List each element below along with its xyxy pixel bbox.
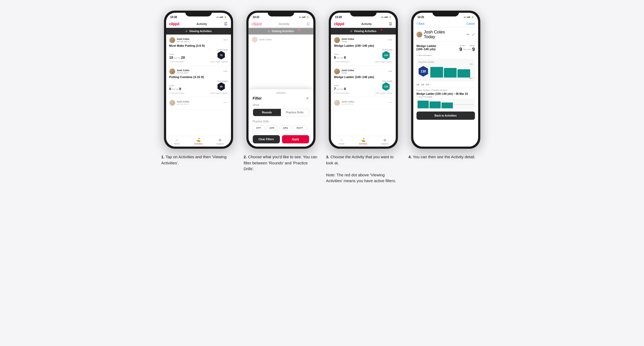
avatar-1-2 — [169, 69, 175, 74]
status-icons-3: ▪▪▪ wifi 🔋 — [381, 16, 392, 18]
chip-ott[interactable]: OTT — [253, 125, 264, 131]
chip-arg[interactable]: ARG — [279, 125, 292, 131]
nav-capture-1[interactable]: ⊕ Capture — [209, 136, 231, 147]
activity-card-1-3[interactable]: Josh Coles 28 Feb 2023 ••• — [166, 97, 231, 110]
shot-quality-badge-3-1: 130 — [382, 51, 390, 59]
card-header-3-2: Josh Coles Today ••• — [334, 69, 393, 74]
nav-activities-label-3: Activities — [359, 143, 368, 145]
practice-drills-toggle[interactable]: Practice Drills — [281, 109, 309, 116]
apply-button[interactable]: Apply — [282, 135, 309, 143]
wifi-icon-2: wifi — [302, 16, 305, 18]
step-4-column: 13:21 ▪▪▪ wifi 🔋 < Back Cancel — [409, 11, 483, 160]
nav-capture-3[interactable]: ⊕ Capture — [374, 136, 395, 147]
user-name-1-3: Josh Coles — [177, 100, 190, 103]
activity-card-3-2[interactable]: Josh Coles Today ••• Wedge Ladder (100–1… — [331, 66, 396, 97]
activity-card-1-1[interactable]: Josh Coles 28 Feb 2023 ••• Must Make Put… — [166, 35, 231, 66]
more-icon-1-3[interactable]: ••• — [224, 101, 228, 105]
card-user-1-2: Josh Coles 28 Feb 2023 — [169, 69, 190, 74]
phone-screen-4: 13:21 ▪▪▪ wifi 🔋 < Back Cancel — [413, 13, 478, 147]
bottom-nav-3: ⌂ Home ⛳ Activities ⊕ Capture — [331, 136, 396, 147]
app-header-2: clippd Activity ☰ — [249, 20, 313, 28]
activity-card-3-3[interactable]: Josh Coles 28 Feb 2023 ••• — [331, 97, 396, 110]
chart-section-4: Avg Shot Quality 130 130 — [416, 59, 475, 82]
nav-home-1[interactable]: ⌂ Home — [166, 136, 188, 147]
card-header-3-1: Josh Coles Today ••• — [334, 37, 393, 43]
edit-icon-4[interactable]: ✏ — [466, 32, 470, 37]
step-3-description: 3. Choose the Activity that you want to … — [326, 154, 401, 184]
user-name-3-1: Josh Coles — [342, 38, 354, 40]
score-value-1-1: 10 OUT OF 20 — [169, 55, 185, 59]
step-1-number: 1. — [161, 155, 165, 159]
chart-top-val: 130 — [430, 63, 473, 65]
card-user-3-2: Josh Coles Today — [334, 69, 354, 74]
viewing-bar-1[interactable]: ⚙ Viewing Activities — [166, 28, 231, 35]
battery-icon-3: 🔋 — [389, 16, 392, 18]
player-activity-label-4: Player Activity • Practice Session — [416, 89, 475, 91]
sq-group-3-1: Shot Quality 130 — [382, 49, 392, 59]
expand-icon-4[interactable]: ⤢ — [472, 32, 475, 37]
practice-drills-section-label: Practice Drills — [253, 120, 309, 123]
more-icon-3-1[interactable]: ••• — [388, 38, 393, 42]
dashed-line — [454, 104, 474, 105]
data-source-3-1: Data: Clippd Capture — [375, 61, 392, 63]
card-stats-3-1: Score 9 OUT OF 9 Shot Quality 130 — [334, 49, 393, 59]
user-info-3-1: Josh Coles Today — [342, 38, 354, 43]
viewing-bar-label-1: Viewing Activities — [189, 30, 212, 33]
home-icon-1: ⌂ — [176, 138, 178, 142]
activities-icon-1: ⛳ — [196, 138, 201, 142]
app-logo-3: clippd — [334, 22, 344, 26]
status-time-2: 13:21 — [253, 16, 260, 19]
score-label-1-1: Score — [169, 53, 185, 55]
chip-putt[interactable]: PUTT — [293, 125, 306, 131]
card-title-1-2: Putting Combine (3-15 ft) — [169, 75, 228, 79]
shot-quality-badge-1-2: 45 — [217, 82, 225, 91]
status-time-4: 13:21 — [418, 16, 424, 19]
step-1-text: Tap on Activities and then 'Viewing Acti… — [161, 155, 227, 165]
phone-frame-2: 13:21 ▪▪▪ wifi 🔋 clippd Activity ☰ ⚙ — [246, 11, 315, 149]
drill-chips: OTT APP ARG PUTT — [253, 125, 309, 131]
back-to-activities-button[interactable]: Back to Activities — [416, 112, 475, 120]
detail-user-info-4: Josh Coles Today — [416, 30, 445, 39]
sq-label-3-2: Shot Quality — [382, 80, 392, 82]
data-source-1-1: Data: Clippd Capture — [210, 61, 228, 63]
practice-session-section-4: Player Activity • Practice Session Wedge… — [416, 87, 475, 109]
viewing-bar-label-2: Viewing Activities — [272, 30, 294, 33]
nav-activities-1[interactable]: ⛳ Activities — [188, 136, 209, 147]
viewing-bar-3[interactable]: ⚙ Viewing Activities — [331, 28, 396, 35]
nav-activities-3[interactable]: ⛳ Activities — [352, 136, 374, 147]
cancel-button-4[interactable]: Cancel — [466, 22, 475, 25]
capture-icon-3: ⊕ — [383, 138, 386, 142]
activity-card-3-1[interactable]: Josh Coles Today ••• Wedge Ladder (100–1… — [331, 35, 396, 66]
hamburger-icon-1[interactable]: ☰ — [224, 22, 228, 26]
card-stats-3-2: Score 7 OUT OF 9 Shot Quality 118 — [334, 80, 393, 91]
activity-card-1-2[interactable]: Josh Coles 28 Feb 2023 ••• Putting Combi… — [166, 66, 231, 97]
more-icon-1-1[interactable]: ••• — [224, 38, 228, 42]
clear-filters-button[interactable]: Clear Filters — [253, 135, 280, 143]
step-2-column: 13:21 ▪▪▪ wifi 🔋 clippd Activity ☰ ⚙ — [244, 11, 318, 172]
app-title-2: Activity — [279, 22, 289, 25]
more-icon-1-2[interactable]: ••• — [224, 70, 228, 73]
chip-app[interactable]: APP — [266, 125, 278, 131]
more-icon-3-2[interactable]: ••• — [388, 70, 393, 73]
rounds-toggle[interactable]: Rounds — [253, 109, 281, 116]
back-button-4[interactable]: < Back — [416, 22, 425, 25]
card-title-3-2: Wedge Ladder (100–140 yds) — [334, 75, 393, 79]
card-footer-3-2: ⊙ Test Information Data: Clippd Capture — [334, 92, 393, 94]
modal-header: Filter ✕ — [253, 96, 309, 100]
filter-icon-3: ⚙ — [350, 30, 352, 33]
test-info-3-2: ⊙ Test Information — [334, 92, 350, 94]
hamburger-icon-3[interactable]: ☰ — [389, 22, 392, 26]
detail-content-4: Wedge Ladder (100–140 yds) Score Shots — [413, 42, 478, 147]
data-source-1-2: Data: Clippd Capture — [210, 92, 228, 94]
step-4-text: You can then see the Activity detail. — [413, 155, 475, 159]
close-icon[interactable]: ✕ — [306, 96, 309, 100]
detail-user-row-4: Josh Coles Today ✏ ⤢ — [413, 28, 478, 42]
nav-home-3[interactable]: ⌂ Home — [331, 136, 352, 147]
more-icon-3-3[interactable]: ••• — [388, 101, 393, 105]
modal-handle — [276, 92, 286, 93]
show-label: Show — [253, 104, 309, 106]
card-title-1-1: Must Make Putting (3-6 ft) — [169, 44, 228, 47]
data-source-3-2: Data: Clippd Capture — [375, 92, 392, 94]
card-user-1-3: Josh Coles 28 Feb 2023 — [169, 100, 190, 106]
user-info-3-2: Josh Coles Today — [342, 69, 354, 74]
